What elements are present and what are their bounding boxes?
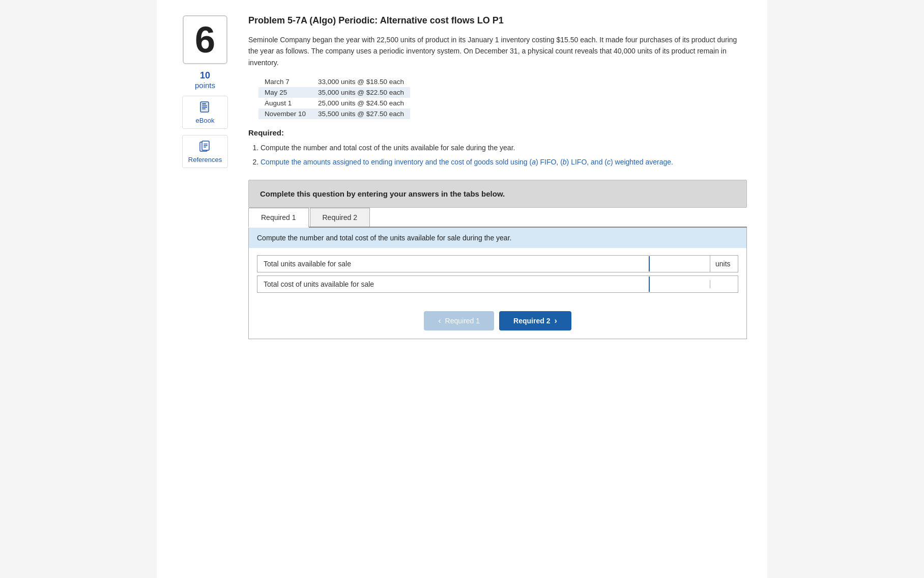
svg-rect-3 (202, 105, 207, 106)
prev-label: Required 1 (445, 317, 480, 325)
next-label: Required 2 (513, 317, 550, 325)
purchase-quantity: 33,000 units @ $18.50 each (312, 76, 410, 87)
ebook-icon (198, 100, 212, 115)
units-unit: units (710, 256, 738, 272)
svg-rect-9 (204, 145, 208, 146)
tab-instruction: Compute the number and total cost of the… (249, 228, 746, 248)
svg-rect-8 (204, 144, 208, 145)
purchase-date: August 1 (258, 98, 312, 108)
form-row-units: Total units available for sale units (257, 255, 738, 272)
purchases-table: March 7 33,000 units @ $18.50 each May 2… (258, 76, 747, 119)
requirements-list: Compute the number and total cost of the… (261, 142, 747, 169)
points-label: points (195, 81, 215, 90)
ebook-label: eBook (196, 117, 215, 124)
problem-number: 6 (183, 15, 227, 64)
references-button[interactable]: References (182, 135, 228, 168)
tabs-container: Required 1 Required 2 Compute the number… (248, 208, 747, 339)
form-row-cost: Total cost of units available for sale (257, 276, 738, 293)
purchase-row: May 25 35,000 units @ $22.50 each (258, 87, 410, 98)
references-label: References (188, 156, 222, 163)
purchase-row: August 1 25,000 units @ $24.50 each (258, 98, 410, 108)
references-icon (198, 140, 212, 154)
svg-rect-4 (202, 107, 207, 108)
tab-required-2[interactable]: Required 2 (310, 208, 370, 227)
purchase-quantity: 25,000 units @ $24.50 each (312, 98, 410, 108)
svg-rect-2 (202, 103, 206, 104)
next-button[interactable]: Required 2 › (499, 311, 571, 331)
prev-button[interactable]: ‹ Required 1 (424, 311, 494, 331)
units-input[interactable] (649, 256, 710, 271)
svg-rect-10 (204, 147, 206, 148)
purchase-date: March 7 (258, 76, 312, 87)
requirement-2: Compute the amounts assigned to ending i… (261, 156, 747, 169)
ebook-button[interactable]: eBook (182, 96, 228, 129)
cost-label: Total cost of units available for sale (257, 276, 649, 292)
problem-description: Seminole Company began the year with 22,… (248, 34, 747, 68)
tabs-row: Required 1 Required 2 (248, 208, 747, 228)
chevron-left-icon: ‹ (438, 316, 441, 325)
cost-input[interactable] (649, 277, 710, 292)
purchase-date: November 10 (258, 108, 312, 119)
chevron-right-icon: › (554, 316, 557, 325)
purchase-date: May 25 (258, 87, 312, 98)
nav-buttons: ‹ Required 1 Required 2 › (249, 303, 746, 339)
required-label: Required: (248, 128, 747, 137)
purchase-row: March 7 33,000 units @ $18.50 each (258, 76, 410, 87)
problem-title: Problem 5-7A (Algo) Periodic: Alternativ… (248, 15, 747, 26)
purchase-quantity: 35,500 units @ $27.50 each (312, 108, 410, 119)
purchase-quantity: 35,000 units @ $22.50 each (312, 87, 410, 98)
cost-unit (710, 280, 738, 288)
tab-required-1[interactable]: Required 1 (248, 208, 309, 228)
purchase-row: November 10 35,500 units @ $27.50 each (258, 108, 410, 119)
tab-content: Compute the number and total cost of the… (248, 228, 747, 339)
svg-rect-5 (202, 108, 206, 109)
requirement-1: Compute the number and total cost of the… (261, 142, 747, 154)
form-section: Total units available for sale units Tot… (249, 248, 746, 303)
points-value: 10 (195, 70, 215, 81)
units-label: Total units available for sale (257, 256, 649, 272)
complete-question-box: Complete this question by entering your … (248, 180, 747, 208)
